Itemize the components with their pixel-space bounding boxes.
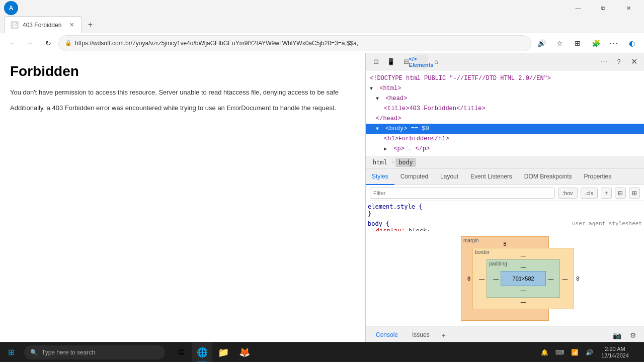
body-tag-line[interactable]: ▼ <body> == $0: [366, 124, 644, 134]
head-tag-line[interactable]: ▼ <head>: [366, 94, 644, 104]
title-tag-line[interactable]: <title>403 Forbidden</title>: [366, 104, 644, 114]
p1-tag-line[interactable]: ▶ <p> … </p>: [366, 144, 644, 154]
back-button[interactable]: ←: [4, 35, 20, 51]
head-open-tag: <head>: [385, 95, 407, 102]
tab-properties[interactable]: Properties: [578, 169, 618, 185]
breadcrumb-body[interactable]: body: [395, 158, 416, 167]
devtools-help-button[interactable]: ?: [612, 55, 626, 69]
settings-menu-button[interactable]: ⋯: [606, 35, 622, 51]
add-tab-button[interactable]: +: [438, 329, 450, 341]
devtools-toolbar: ⊡ 📱 ⊟ </> Elements ⌂ ⋯ ? ✕: [366, 53, 644, 70]
styles-filter-input[interactable]: [370, 188, 555, 199]
taskbar-keyboard-icon[interactable]: ⌨: [552, 342, 567, 363]
inspect-element-button[interactable]: ⊡: [369, 55, 383, 69]
doctype-tag: <!DOCTYPE html PUBLIC "-//IETF//DTD HTML…: [370, 75, 551, 82]
border-right-value: —: [560, 276, 570, 282]
devtools-panel: ⊡ 📱 ⊟ </> Elements ⌂ ⋯ ? ✕ <!DOCTYPE htm…: [365, 53, 644, 344]
style-minus-button[interactable]: ⊟: [615, 188, 626, 199]
styles-filter-bar: :hov .cls + ⊟ ⊞: [366, 185, 644, 201]
taskbar-item-explorer[interactable]: 📁: [213, 342, 233, 363]
padding-left-value: —: [491, 276, 501, 282]
styles-content: element.style { } body { user agent styl…: [366, 201, 644, 231]
start-button[interactable]: ⊞: [0, 342, 22, 363]
p2-tag-line[interactable]: ▶ <p> … </p>: [366, 154, 644, 156]
close-window-button[interactable]: ✕: [617, 0, 640, 16]
breadcrumb: html › body: [366, 156, 644, 169]
active-tab[interactable]: 📄 403 Forbidden ✕: [4, 16, 82, 33]
tab-dom-breakpoints[interactable]: DOM Breakpoints: [518, 169, 578, 185]
taskbar-search-text: Type here to search: [42, 349, 95, 356]
border-top-value: —: [521, 252, 526, 258]
page-title: Forbidden: [10, 63, 355, 79]
tab-computed[interactable]: Computed: [394, 169, 434, 185]
hov-filter-button[interactable]: :hov: [558, 188, 578, 199]
minimize-button[interactable]: —: [567, 0, 590, 16]
cls-filter-button[interactable]: .cls: [581, 188, 598, 199]
tab-styles[interactable]: Styles: [366, 169, 394, 185]
device-toolbar-button[interactable]: 📱: [384, 55, 398, 69]
devtools-settings-button[interactable]: ⚙: [626, 328, 640, 342]
taskbar-network-icon[interactable]: 📶: [568, 342, 582, 363]
taskbar-clock[interactable]: 2:20 AM 12/14/2024: [597, 342, 633, 363]
windows-logo-icon: ⊞: [8, 347, 15, 357]
taskbar-right: 🔔 ⌨ 📶 🔊 2:20 AM 12/14/2024: [534, 342, 644, 363]
taskbar-item-edge[interactable]: 🌐: [192, 342, 212, 363]
taskbar-item-firefox[interactable]: 🦊: [234, 342, 255, 363]
collapse-body[interactable]: ▼: [376, 125, 382, 133]
style-box-button[interactable]: ⊞: [629, 188, 640, 199]
head-close-line[interactable]: </head>: [366, 114, 644, 124]
taskbar-notification-icon[interactable]: 🔔: [538, 342, 551, 363]
edge-sidebar-button[interactable]: ◐: [624, 35, 640, 51]
margin-right-value: 8: [574, 276, 581, 282]
collapse-p1[interactable]: ▶: [384, 145, 390, 153]
extensions-button[interactable]: 🧩: [588, 35, 604, 51]
element-style-brace: }: [368, 210, 371, 217]
user-agent-comment: user agent stylesheet: [572, 220, 642, 227]
h1-tag-line[interactable]: <h1>Forbidden</h1>: [366, 134, 644, 144]
taskbar-volume-icon[interactable]: 🔊: [583, 342, 596, 363]
p1-ellipsis: …: [408, 145, 415, 152]
add-style-button[interactable]: +: [601, 188, 612, 199]
p2-close-tag: </p>: [415, 155, 430, 156]
nav-bar: ← → ↻ 🔒 https://wdsoft.com.br/7yoya/vzrz…: [0, 33, 644, 53]
lock-icon: 🔒: [65, 40, 72, 46]
margin-box: margin 8 8 border — —: [461, 236, 549, 321]
collapse-head[interactable]: ▼: [376, 95, 382, 103]
html-doctype-line[interactable]: <!DOCTYPE html PUBLIC "-//IETF//DTD HTML…: [366, 73, 644, 83]
read-aloud-button[interactable]: 🔊: [533, 35, 549, 51]
tab-close-button[interactable]: ✕: [67, 21, 75, 29]
new-tab-button[interactable]: +: [83, 18, 97, 32]
main-split: Forbidden You don't have permission to a…: [0, 53, 644, 344]
breadcrumb-html[interactable]: html: [370, 158, 390, 167]
page-paragraph-1: You don't have permission to access this…: [10, 87, 355, 98]
refresh-button[interactable]: ↻: [40, 35, 56, 51]
taskbar-item-taskview[interactable]: ⧉: [171, 342, 191, 363]
breadcrumb-separator: ›: [391, 159, 394, 165]
home-button[interactable]: ⌂: [429, 55, 443, 69]
tab-event-listeners[interactable]: Event Listeners: [464, 169, 518, 185]
favorites-button[interactable]: ☆: [551, 35, 568, 51]
style-rule-selector-element: element.style {: [368, 203, 642, 210]
forward-button[interactable]: →: [22, 35, 38, 51]
devtools-screenshot-button[interactable]: 📷: [610, 328, 624, 342]
collapse-html[interactable]: ▼: [370, 85, 376, 93]
firefox-icon: 🦊: [239, 347, 250, 358]
devtools-close-button[interactable]: ✕: [627, 55, 641, 69]
elements-panel-button[interactable]: </> Elements: [414, 55, 428, 69]
display-value: block;: [409, 227, 430, 231]
collapse-p2[interactable]: ▶: [384, 155, 390, 156]
tab-layout[interactable]: Layout: [434, 169, 464, 185]
taskbar-search[interactable]: 🔍 Type here to search: [24, 345, 165, 359]
address-bar[interactable]: 🔒 https://wdsoft.com.br/7yoya/vzrz5jmcy1…: [58, 35, 531, 51]
more-tools-button[interactable]: ⋯: [597, 55, 611, 69]
restore-button[interactable]: ⧉: [592, 0, 615, 16]
padding-bottom-value: —: [521, 287, 526, 293]
style-rule-body: body { user agent stylesheet display: bl…: [368, 220, 642, 231]
bottom-tabs-bar: Console Issues + 📷 ⚙: [366, 326, 644, 344]
padding-right-value: —: [546, 276, 555, 282]
html-tag-line[interactable]: ▼ <html>: [366, 83, 644, 94]
tab-favicon: 📄: [11, 21, 19, 29]
collections-button[interactable]: ⊞: [570, 35, 586, 51]
show-desktop-button[interactable]: [634, 342, 640, 363]
h1-tag: <h1>Forbidden</h1>: [384, 135, 449, 142]
